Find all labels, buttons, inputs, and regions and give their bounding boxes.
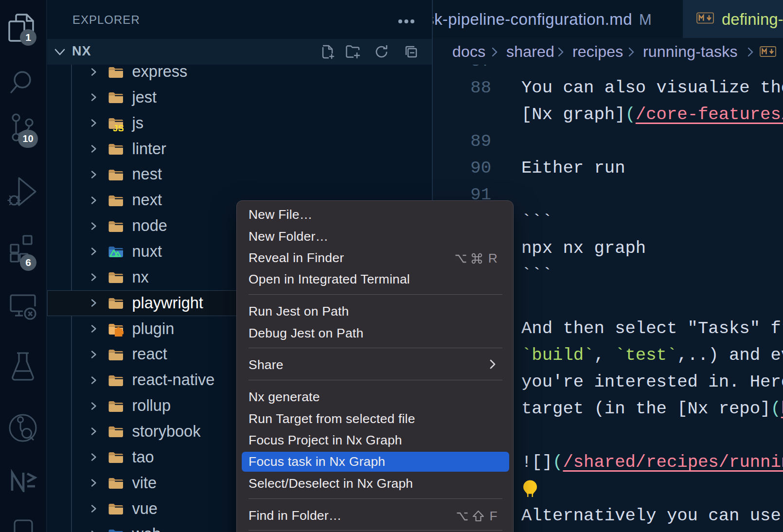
svg-text:JS: JS xyxy=(113,123,124,133)
